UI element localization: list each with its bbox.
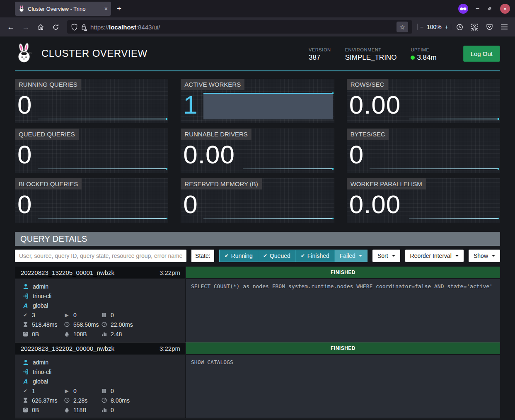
query-id-link[interactable]: 20220823_132205_00001_nwbzk	[21, 269, 114, 276]
completed-splits: 3	[32, 312, 35, 318]
memory-scale-icon	[22, 408, 28, 413]
logout-button[interactable]: Log Out	[463, 46, 500, 62]
sign-in-icon	[22, 293, 29, 299]
version-value: 387	[309, 53, 331, 62]
pocket-icon[interactable]	[483, 20, 496, 34]
back-button[interactable]: ←	[4, 20, 17, 34]
play-icon: ▶	[64, 312, 70, 318]
state-finished-button[interactable]: ✔ Finished	[296, 250, 335, 262]
cpu-time: 8.00ms	[111, 397, 130, 404]
query-resource-group: global	[33, 302, 48, 309]
sparkline	[370, 168, 499, 169]
browser-nav-bar: ← → https://localhost:8443/ui/ ☆ −	[0, 17, 515, 36]
state-failed-dropdown[interactable]: Failed	[335, 250, 367, 262]
history-clock-icon[interactable]	[453, 20, 466, 34]
play-icon: ▶	[64, 388, 70, 394]
query-search-input[interactable]	[15, 250, 186, 262]
forward-button[interactable]: →	[19, 20, 32, 34]
tile-value: 0.00	[349, 192, 401, 217]
reload-button[interactable]	[49, 20, 62, 34]
sparkline	[38, 218, 167, 219]
sparkline	[203, 218, 333, 219]
query-resource-group: global	[33, 378, 48, 385]
window-restore-button[interactable]	[487, 6, 493, 12]
tile-value: 0	[183, 192, 198, 217]
query-state-badge: FINISHED	[186, 342, 500, 354]
trino-logo	[15, 43, 34, 64]
clock-icon	[64, 322, 70, 327]
shield-icon[interactable]	[71, 24, 77, 31]
version-label: VERSION	[309, 47, 331, 52]
queued-splits: 0	[111, 312, 114, 318]
menu-hamburger-icon[interactable]	[498, 20, 511, 34]
cumulative-memory: 108B	[73, 331, 87, 337]
running-splits: 0	[73, 388, 77, 394]
state-queued-button[interactable]: ✔ Queued	[258, 250, 296, 262]
tile-value: 1	[183, 92, 198, 118]
environment-label: ENVIRONMENT	[345, 47, 397, 52]
screenshot-scissors-icon[interactable]	[468, 20, 481, 34]
tile-runnable-drivers: RUNNABLE DRIVERS 0.00	[181, 129, 334, 173]
sort-dropdown[interactable]: Sort	[372, 250, 400, 262]
stats-bars-icon	[101, 408, 107, 412]
query-filter-toolbar: State: ✔ Running ✔ Queued ✔ Finished Fai…	[15, 250, 500, 262]
query-sql-text: SELECT COUNT(*) as nodes FROM system.run…	[186, 279, 500, 342]
zoom-out-button[interactable]: −	[420, 24, 423, 30]
wall-time: 518.48ms	[32, 321, 57, 328]
sparkline	[38, 119, 167, 119]
zoom-in-button[interactable]: +	[445, 24, 448, 30]
tab-title: Cluster Overview - Trino	[28, 6, 102, 12]
sparkline	[409, 119, 499, 119]
private-browsing-icon	[458, 4, 468, 14]
tab-close-icon[interactable]: ×	[104, 5, 108, 12]
memory-scale-icon	[22, 332, 28, 337]
new-tab-button[interactable]: +	[117, 4, 121, 13]
sparkline	[243, 168, 333, 169]
tile-bytes-sec: BYTES/SEC 0	[347, 129, 500, 173]
tile-reserved-memory: RESERVED MEMORY (B) 0	[181, 178, 334, 223]
uptime-label: UPTIME	[411, 47, 436, 52]
pause-icon	[101, 313, 107, 318]
user-icon	[22, 284, 29, 289]
uptime-value: 3.84m	[417, 53, 436, 62]
state-running-button[interactable]: ✔ Running	[220, 250, 258, 262]
window-minimize-button[interactable]: −	[476, 5, 479, 12]
check-icon: ✔	[22, 312, 28, 318]
chevron-down-icon	[455, 255, 459, 257]
running-splits: 0	[73, 312, 77, 318]
query-source: trino-cli	[33, 369, 51, 375]
tile-value: 0	[349, 142, 364, 168]
lock-warning-icon[interactable]	[81, 24, 87, 31]
completed-splits: 1	[32, 388, 35, 394]
bookmark-star-icon[interactable]: ☆	[397, 22, 408, 32]
check-icon: ✔	[263, 253, 267, 259]
current-memory: 0B	[32, 407, 39, 413]
zoom-level[interactable]: 100%	[427, 24, 442, 30]
home-button[interactable]	[34, 20, 47, 34]
show-dropdown[interactable]: Show	[469, 250, 500, 262]
reorder-interval-dropdown[interactable]: Reorder Interval	[405, 250, 464, 262]
gauge-icon	[101, 322, 107, 327]
window-close-button[interactable]: ×	[500, 4, 510, 14]
url-bar[interactable]: https://localhost:8443/ui/ ☆	[67, 20, 412, 34]
user-icon	[22, 359, 29, 365]
state-filter-group: ✔ Running ✔ Queued ✔ Finished Failed	[219, 250, 368, 262]
query-card: 20220823_132205_00001_nwbzk 3:22pm FINIS…	[15, 267, 500, 342]
check-icon: ✔	[301, 253, 305, 259]
resource-group-icon: A	[22, 378, 29, 385]
resource-group-icon: A	[22, 302, 29, 309]
cumulative-memory: 118B	[73, 407, 87, 413]
stats-bars-icon	[101, 332, 107, 336]
query-details-header: QUERY DETAILS	[15, 232, 500, 246]
check-icon: ✔	[22, 388, 28, 394]
environment-value: SIMPLE_TRINO	[345, 53, 397, 62]
gauge-icon	[101, 398, 107, 403]
uptime-status-dot	[411, 56, 415, 60]
query-id-link[interactable]: 20220823_132202_00000_nwbzk	[21, 345, 114, 352]
browser-tab[interactable]: Cluster Overview - Trino ×	[15, 2, 111, 16]
hourglass-icon	[22, 398, 28, 403]
trino-favicon-icon	[18, 5, 25, 12]
url-text[interactable]: https://localhost:8443/ui/	[90, 24, 393, 31]
clock-icon	[64, 398, 70, 403]
tile-worker-parallelism: WORKER PARALLELISM 0.00	[347, 178, 500, 223]
